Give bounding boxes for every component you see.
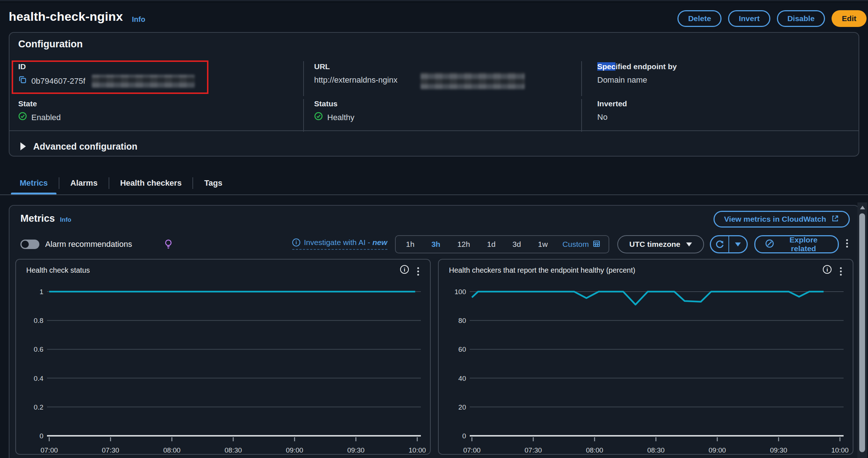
tab-tags[interactable]: Tags	[193, 172, 233, 194]
refresh-options-caret[interactable]	[729, 236, 747, 252]
toggle-knob	[21, 241, 29, 248]
alarm-recommendations-toggle[interactable]	[20, 240, 39, 249]
kebab-menu-icon[interactable]	[415, 266, 421, 277]
svg-text:09:30: 09:30	[347, 446, 365, 454]
column-divider	[303, 61, 304, 96]
svg-text:07:30: 07:30	[525, 446, 542, 454]
investigate-with-ai-link[interactable]: i Investigate with AI - new	[292, 238, 387, 250]
chevron-right-icon	[20, 142, 26, 150]
id-value: 0b794607-275f	[31, 76, 85, 87]
column-divider	[581, 99, 582, 132]
section-divider	[9, 130, 859, 131]
kebab-menu-icon[interactable]	[844, 238, 850, 249]
healthy-percent-chart[interactable]: 10080604020007:0007:3008:0008:3009:0009:…	[439, 281, 853, 454]
configuration-heading: Configuration	[18, 39, 83, 50]
id-label: ID	[18, 62, 288, 71]
view-metrics-cloudwatch-button[interactable]: View metrics in CloudWatch	[713, 211, 850, 228]
svg-text:07:00: 07:00	[463, 446, 481, 454]
kebab-menu-icon[interactable]	[838, 266, 844, 277]
invert-button[interactable]: Invert	[728, 10, 770, 27]
header-actions: Delete Invert Disable Edit	[677, 10, 867, 27]
chart-title: Health check status	[26, 266, 90, 275]
status-label: Status	[314, 99, 584, 108]
url-label: URL	[314, 62, 584, 71]
scrollbar[interactable]	[857, 202, 867, 458]
metrics-info-link[interactable]: Info	[60, 216, 71, 224]
info-icon[interactable]: i	[400, 265, 409, 274]
tab-alarms[interactable]: Alarms	[59, 172, 109, 194]
page-title-info-link[interactable]: Info	[132, 15, 145, 24]
range-1d[interactable]: 1d	[485, 240, 497, 249]
scrollbar-thumb[interactable]	[859, 213, 865, 452]
advanced-configuration-expander[interactable]: Advanced configuration	[20, 135, 137, 157]
alarm-recommendations-label: Alarm recommendations	[45, 235, 132, 254]
field-state: State Enabled	[18, 99, 288, 123]
route53-health-check-page: health-check-nginx Info Delete Invert Di…	[0, 0, 868, 458]
field-status: Status Healthy	[314, 99, 584, 123]
field-endpoint-by: Specified endpoint by Domain name	[597, 62, 867, 86]
svg-text:08:30: 08:30	[647, 446, 665, 454]
svg-text:08:00: 08:00	[586, 446, 603, 454]
url-value-redacted	[421, 72, 525, 89]
metrics-heading: Metrics	[20, 213, 55, 224]
selected-text: Spec	[597, 62, 615, 71]
svg-text:08:00: 08:00	[163, 446, 181, 454]
copy-icon[interactable]	[18, 75, 27, 87]
edit-button[interactable]: Edit	[832, 10, 867, 27]
id-value-redacted	[92, 75, 195, 88]
scroll-up-arrow-icon[interactable]	[860, 206, 865, 209]
health-check-status-chart[interactable]: 10.80.60.40.2007:0007:3008:0008:3009:000…	[16, 281, 430, 454]
state-value: Enabled	[31, 112, 61, 123]
chart-title: Health checkers that report the endpoint…	[449, 266, 635, 275]
refresh-icon[interactable]	[711, 236, 728, 252]
compass-icon	[765, 239, 774, 250]
advanced-configuration-label: Advanced configuration	[33, 141, 137, 152]
timezone-dropdown[interactable]: UTC timezone	[617, 235, 704, 253]
endpoint-by-value: Domain name	[597, 75, 647, 86]
svg-text:0.6: 0.6	[34, 346, 43, 353]
svg-text:07:00: 07:00	[40, 446, 58, 454]
range-12h[interactable]: 12h	[455, 240, 472, 249]
range-1h[interactable]: 1h	[404, 240, 417, 249]
disable-button[interactable]: Disable	[777, 10, 825, 27]
url-value: http://externaldns-nginx	[314, 75, 398, 86]
chevron-down-icon	[735, 242, 741, 246]
range-custom[interactable]: Custom	[563, 240, 601, 249]
range-3h[interactable]: 3h	[429, 240, 443, 249]
range-1w[interactable]: 1w	[536, 240, 550, 249]
svg-text:0.2: 0.2	[34, 403, 43, 411]
tab-bar-underline	[0, 194, 868, 195]
svg-text:09:00: 09:00	[286, 446, 304, 454]
range-3d[interactable]: 3d	[510, 240, 523, 249]
state-label: State	[18, 99, 288, 108]
tab-metrics[interactable]: Metrics	[9, 172, 59, 194]
svg-text:10:00: 10:00	[408, 446, 426, 454]
field-inverted: Inverted No	[597, 99, 867, 123]
refresh-split-button[interactable]	[710, 235, 748, 253]
delete-button[interactable]: Delete	[677, 10, 722, 27]
svg-text:80: 80	[458, 317, 466, 324]
inverted-value: No	[597, 112, 607, 123]
svg-text:07:30: 07:30	[102, 446, 120, 454]
svg-text:0: 0	[39, 432, 43, 440]
info-icon[interactable]: i	[823, 265, 832, 274]
column-divider	[303, 99, 304, 132]
tab-health-checkers[interactable]: Health checkers	[109, 172, 193, 194]
check-circle-icon	[18, 112, 27, 123]
svg-text:0.8: 0.8	[34, 317, 43, 324]
lightbulb-icon	[164, 239, 173, 251]
svg-text:1: 1	[39, 288, 43, 296]
explore-related-button[interactable]: Explore related	[754, 235, 839, 253]
top-nav-edge	[0, 0, 868, 2]
metrics-controls-row: Alarm recommendations i Investigate with…	[9, 235, 859, 254]
svg-text:10:00: 10:00	[831, 446, 849, 454]
svg-text:08:30: 08:30	[224, 446, 242, 454]
info-icon: i	[292, 238, 300, 246]
healthy-percent-chart-card: Health checkers that report the endpoint…	[438, 259, 853, 455]
inverted-label: Inverted	[597, 99, 867, 108]
check-circle-icon	[314, 112, 323, 123]
svg-text:0: 0	[462, 432, 466, 440]
endpoint-by-label: Specified endpoint by	[597, 62, 867, 71]
calendar-icon	[593, 240, 601, 249]
tab-bar: Metrics Alarms Health checkers Tags	[9, 172, 233, 194]
